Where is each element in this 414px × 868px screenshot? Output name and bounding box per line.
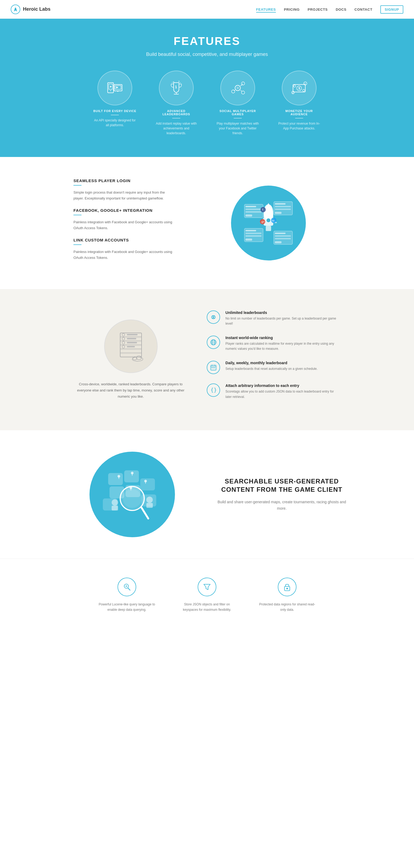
lb-feature-calendar: Daily, weekly, monthly leaderboard Setup… xyxy=(207,361,338,374)
svg-rect-103 xyxy=(140,478,155,490)
trophy-icon-circle: 1 xyxy=(159,71,194,105)
svg-point-31 xyxy=(303,89,305,91)
bottom-feature-filter: Store JSON objects and filter on keyspac… xyxy=(178,578,236,613)
money-feature-title: MONETIZE YOUR AUDIENCE xyxy=(276,110,322,116)
facebook-title: FACEBOOK, GOOGLE+ INTEGRATION xyxy=(73,208,175,213)
braces-icon: {} xyxy=(207,383,220,397)
leaderboard-icon-svg xyxy=(112,328,149,365)
svg-point-78 xyxy=(122,345,125,348)
signup-button[interactable]: SIGNUP xyxy=(380,5,403,13)
nav-docs[interactable]: DOCS xyxy=(336,7,346,11)
feature-device: BUILT FOR EVERY DEVICE An API specially … xyxy=(92,71,138,135)
query-svg xyxy=(123,583,131,591)
trophy-underline xyxy=(172,118,180,119)
lock-desc: Protected data regions for shared read-o… xyxy=(258,602,316,613)
svg-text:$: $ xyxy=(292,92,294,94)
social-underline xyxy=(234,118,242,119)
lock-icon xyxy=(278,578,297,596)
svg-rect-37 xyxy=(245,206,256,207)
svg-rect-82 xyxy=(127,346,135,347)
lb-json-title: Attach arbitrary information to each ent… xyxy=(226,383,338,388)
braces-svg: {} xyxy=(210,387,217,394)
filter-icon xyxy=(198,578,216,596)
lb-ranking-title: Instant world-wide ranking xyxy=(226,336,338,340)
search-description: Build and share user-generated maps, cre… xyxy=(215,499,349,512)
svg-point-16 xyxy=(180,82,181,83)
trophy-icon: 1 xyxy=(167,79,186,97)
device-feature-desc: An API specially designed for all platfo… xyxy=(92,118,138,128)
lb-ranking-desc: Player ranks are calculated in realtime … xyxy=(226,341,338,351)
leaderboard-caption: Cross-device, worldwide, ranked leaderbo… xyxy=(76,381,185,400)
hero-title: FEATURES xyxy=(5,35,409,48)
svg-rect-47 xyxy=(245,230,256,231)
svg-rect-81 xyxy=(127,342,137,343)
svg-point-19 xyxy=(241,82,245,85)
device-icon-circle xyxy=(98,71,132,105)
feature-social: t SOCIAL MULTIPLAYER GAMES Play multipla… xyxy=(215,71,261,135)
svg-rect-39 xyxy=(245,211,262,213)
hero-features: BUILT FOR EVERY DEVICE An API specially … xyxy=(5,71,409,135)
logo-icon xyxy=(11,4,20,14)
social-icon: t xyxy=(228,79,247,97)
social-icon-circle: t xyxy=(220,71,255,105)
calendar-icon xyxy=(207,361,220,374)
svg-rect-97 xyxy=(214,367,215,368)
svg-rect-109 xyxy=(146,503,153,508)
svg-rect-96 xyxy=(213,367,214,368)
lb-feature-unlimited: Unlimited leaderboards No limit on numbe… xyxy=(207,310,338,326)
svg-point-30 xyxy=(294,85,296,87)
query-desc: Powerful Lucene-like query language to e… xyxy=(98,602,156,613)
svg-rect-55 xyxy=(275,241,281,243)
svg-point-15 xyxy=(178,81,179,82)
svg-rect-99 xyxy=(108,473,123,485)
svg-rect-80 xyxy=(127,338,136,339)
globe-icon xyxy=(207,336,220,349)
svg-text:g+: g+ xyxy=(262,220,265,223)
svg-line-119 xyxy=(141,507,148,519)
player-login-text: SEAMLESS PLAYER LOGIN Simple login proce… xyxy=(73,178,175,268)
svg-text:$: $ xyxy=(298,86,300,90)
filter-desc: Store JSON objects and filter on keyspac… xyxy=(178,602,236,613)
svg-text:$: $ xyxy=(305,83,306,85)
leaderboard-section: Cross-device, worldwide, ranked leaderbo… xyxy=(0,289,414,430)
nav-features[interactable]: FEATURES xyxy=(256,7,276,12)
svg-text:tw: tw xyxy=(272,219,275,222)
search-circle xyxy=(90,452,175,537)
nav-projects[interactable]: PROJECTS xyxy=(308,7,328,11)
leaderboard-image xyxy=(104,319,158,373)
svg-point-61 xyxy=(266,218,271,222)
logo-link[interactable]: Heroic Labs xyxy=(11,4,50,14)
logo-text: Heroic Labs xyxy=(23,6,50,12)
filter-svg xyxy=(203,583,211,591)
leaderboard-right: Unlimited leaderboards No limit on numbe… xyxy=(207,310,338,409)
hero-subtitle: Build beautiful social, competitive, and… xyxy=(5,52,409,57)
nav-contact[interactable]: CONTACT xyxy=(354,7,372,11)
svg-rect-54 xyxy=(275,238,291,239)
nav-pricing[interactable]: PRICING xyxy=(284,7,300,11)
svg-rect-42 xyxy=(275,203,285,205)
leaderboard-inner: Cross-device, worldwide, ranked leaderbo… xyxy=(60,310,354,409)
svg-rect-53 xyxy=(275,235,291,237)
feature-money: $ $ $ MONETIZE YOUR AUDIENCE Protect you… xyxy=(276,71,322,135)
lb-calendar-title: Daily, weekly, monthly leaderboard xyxy=(226,361,318,365)
trophy-feature-title: ADVANCED LEADERBOARDS xyxy=(153,110,199,116)
bottom-feature-lock: Protected data regions for shared read-o… xyxy=(258,578,316,613)
svg-rect-50 xyxy=(245,239,252,241)
social-feature-desc: Play multiplayer matches with your Faceb… xyxy=(215,121,261,135)
lock-svg xyxy=(283,583,291,591)
svg-point-17 xyxy=(172,82,173,83)
navbar: Heroic Labs FEATURES PRICING PROJECTS DO… xyxy=(0,0,414,19)
svg-point-108 xyxy=(146,497,153,503)
seamless-login-desc: Simple login process that doesn't requir… xyxy=(73,190,175,202)
svg-marker-125 xyxy=(204,584,210,590)
device-icon xyxy=(105,79,124,97)
svg-point-8 xyxy=(117,91,118,92)
facebook-underline xyxy=(73,215,81,215)
svg-rect-107 xyxy=(112,506,118,510)
svg-rect-95 xyxy=(211,367,212,368)
svg-point-83 xyxy=(132,357,143,361)
custom-underline xyxy=(73,244,81,245)
search-title: SEARCHABLE USER-GENERATED CONTENT FROM T… xyxy=(215,477,349,494)
lb-json-desc: Scoretags allow you to add custom JSON d… xyxy=(226,389,338,399)
svg-marker-9 xyxy=(110,86,112,88)
